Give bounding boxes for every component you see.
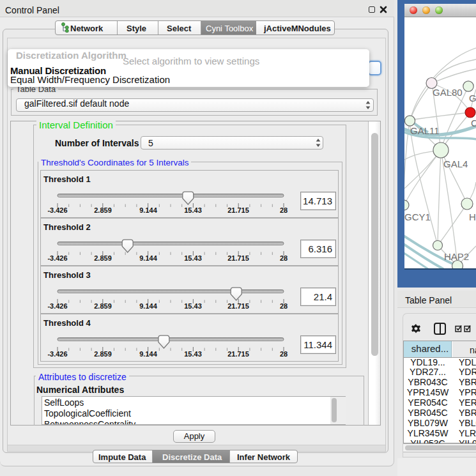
svg-text:GAL11: GAL11 <box>410 125 440 136</box>
svg-text:C: C <box>471 118 476 128</box>
svg-text:GA: GA <box>469 93 476 104</box>
svg-text:GCY1: GCY1 <box>404 211 431 222</box>
svg-text:GAL4: GAL4 <box>443 158 468 169</box>
svg-text:H: H <box>469 211 476 222</box>
svg-text:HAP2: HAP2 <box>444 251 469 262</box>
svg-text:GAL80: GAL80 <box>433 87 463 98</box>
